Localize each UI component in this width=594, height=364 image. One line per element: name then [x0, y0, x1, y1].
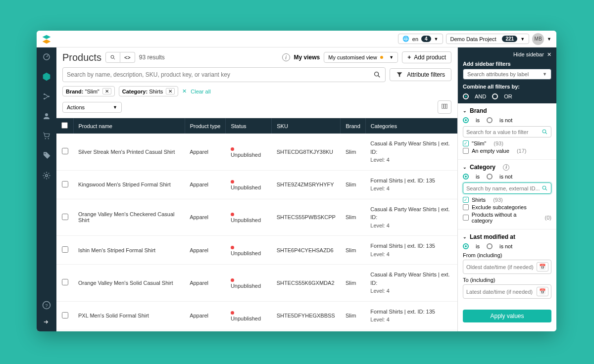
clear-all-link[interactable]: Clear all — [191, 89, 210, 94]
col-categories[interactable]: Categories — [365, 118, 457, 134]
funnel-icon — [396, 71, 403, 78]
row-checkbox[interactable] — [62, 279, 68, 285]
row-checkbox[interactable] — [62, 312, 68, 318]
category-search-input[interactable] — [466, 185, 542, 191]
table-row[interactable]: Formal Shirts | ext. ID: 135 — [56, 330, 457, 331]
checkbox-slim[interactable]: ✓ — [463, 140, 469, 146]
orders-icon[interactable] — [42, 132, 51, 140]
settings-icon[interactable] — [42, 171, 51, 180]
help-icon[interactable]: ? — [42, 301, 51, 310]
chevron-down-icon[interactable]: ▼ — [547, 37, 551, 42]
col-product-type[interactable]: Product type — [185, 118, 226, 134]
svg-marker-1 — [43, 39, 51, 43]
col-sku[interactable]: SKU — [272, 118, 341, 134]
filter-toggle-brand[interactable]: ⌄Brand — [463, 107, 551, 114]
add-product-button[interactable]: + Add product — [402, 51, 451, 63]
app-window: 🌐 en 4 ▼ Demo Data Project 221 ▼ MB ▼ — [37, 31, 556, 331]
expand-icon[interactable] — [42, 318, 51, 326]
col-brand[interactable]: Brand — [341, 118, 365, 134]
cell-type: Apparel — [185, 170, 226, 199]
table-row[interactable]: Orange Valley Men's Checkered Casual Shi… — [56, 199, 457, 236]
cell-categories: Formal Shirts | ext. ID: 135Level: 4 — [365, 170, 457, 199]
search-mode-button[interactable] — [105, 52, 120, 63]
col-status[interactable]: Status — [226, 118, 272, 134]
cell-categories: Formal Shirts | ext. ID: 135 — [365, 330, 457, 331]
view-selector[interactable]: My customised view ▼ — [324, 52, 398, 63]
col-product-name[interactable]: Product name — [73, 118, 185, 134]
radio-isnot[interactable] — [487, 243, 493, 249]
chevron-down-icon: ▼ — [434, 37, 439, 42]
user-initials: MB — [535, 36, 542, 42]
search-attributes-select[interactable]: Search attributes by label ▼ — [463, 69, 551, 80]
from-date-input-wrapper[interactable]: 📅 — [463, 260, 551, 274]
svg-point-5 — [48, 96, 50, 97]
dashboard-icon[interactable] — [42, 52, 51, 61]
project-badge: 221 — [502, 36, 517, 42]
filter-toggle-modified[interactable]: ⌄Last modified at — [463, 233, 551, 240]
filter-sidebar: Hide sidebar ✕ Add sidebar filters Searc… — [457, 47, 556, 331]
table-row[interactable]: Kingswood Men's Striped Formal Shirt App… — [56, 170, 457, 199]
checkbox-no-category[interactable] — [463, 215, 469, 221]
cell-categories: Formal Shirts | ext. ID: 135Level: 4 — [365, 236, 457, 265]
filter-chip-category: Category: Shirts ✕ — [119, 86, 179, 96]
chevron-down-icon: ▼ — [520, 37, 525, 42]
language-selector[interactable]: 🌐 en 4 ▼ — [398, 34, 443, 44]
svg-point-13 — [111, 55, 114, 58]
info-icon[interactable]: i — [282, 53, 290, 61]
search-input-wrapper[interactable] — [62, 67, 386, 82]
customers-icon[interactable] — [42, 112, 51, 121]
calendar-icon[interactable]: 📅 — [537, 287, 548, 296]
cell-categories: Casual & Party Wear Shirts | ext. ID:Lev… — [365, 134, 457, 170]
apply-values-button[interactable]: Apply values — [463, 310, 551, 322]
result-count: 93 results — [139, 54, 165, 61]
search-icon — [542, 129, 548, 135]
radio-is[interactable] — [463, 243, 469, 249]
remove-chip-button[interactable]: ✕ — [166, 88, 175, 94]
column-settings-button[interactable] — [438, 100, 451, 114]
table-row[interactable]: Silver Streak Men's Printed Casual Shirt… — [56, 134, 457, 170]
brand-search-input[interactable] — [466, 129, 542, 135]
checkbox-empty[interactable] — [463, 148, 469, 154]
checkbox-shirts[interactable]: ✓ — [463, 197, 469, 203]
row-checkbox[interactable] — [62, 148, 68, 154]
calendar-icon[interactable]: 📅 — [537, 262, 548, 272]
to-date-input-wrapper[interactable]: 📅 — [463, 284, 551, 299]
radio-isnot[interactable] — [487, 117, 493, 123]
checkbox-exclude-sub[interactable] — [463, 204, 469, 210]
radio-isnot[interactable] — [487, 174, 493, 180]
app-logo-icon[interactable] — [42, 34, 51, 44]
categories-icon[interactable] — [42, 92, 51, 101]
code-mode-button[interactable]: <> — [120, 52, 135, 63]
project-selector[interactable]: Demo Data Project 221 ▼ — [446, 34, 530, 44]
category-search-wrapper[interactable] — [463, 182, 551, 194]
radio-is[interactable] — [463, 174, 469, 180]
user-avatar[interactable]: MB — [532, 33, 544, 45]
project-name: Demo Data Project — [450, 36, 496, 42]
search-input[interactable] — [67, 71, 373, 78]
to-date-input[interactable] — [466, 289, 535, 295]
row-checkbox[interactable] — [62, 181, 68, 187]
from-date-input[interactable] — [466, 264, 535, 270]
filter-toggle-category[interactable]: ⌄Category i — [463, 164, 551, 171]
discounts-icon[interactable] — [42, 151, 51, 160]
cell-sku: SHTECS55PWBSKCPP — [272, 199, 341, 236]
attribute-filters-button[interactable]: Attribute filters — [390, 68, 451, 81]
select-all-checkbox[interactable] — [61, 122, 68, 129]
row-checkbox[interactable] — [62, 246, 68, 253]
info-icon[interactable]: i — [503, 164, 509, 171]
remove-chip-button[interactable]: ✕ — [102, 88, 111, 94]
filter-chip-brand: Brand: "Slim" ✕ — [62, 86, 115, 96]
table-row[interactable]: Orange Valley Men's Solid Casual Shirt A… — [56, 265, 457, 302]
actions-dropdown[interactable]: Actions ▼ — [62, 102, 122, 113]
brand-search-wrapper[interactable] — [463, 126, 551, 137]
table-row[interactable]: Ishin Men's Striped Formal Shirt Apparel… — [56, 236, 457, 265]
radio-or[interactable] — [492, 93, 498, 99]
hide-sidebar-button[interactable]: Hide sidebar ✕ — [463, 51, 551, 58]
products-icon[interactable] — [42, 72, 51, 81]
radio-is[interactable] — [463, 117, 469, 123]
filter-section-brand: ⌄Brand is is not ✓"Slim" (93) An empty v… — [458, 103, 556, 160]
cell-name — [73, 330, 185, 331]
row-checkbox[interactable] — [62, 214, 68, 220]
radio-and[interactable] — [463, 93, 469, 99]
table-row[interactable]: PXL Men's Solid Formal Shirt Apparel Unp… — [56, 301, 457, 330]
